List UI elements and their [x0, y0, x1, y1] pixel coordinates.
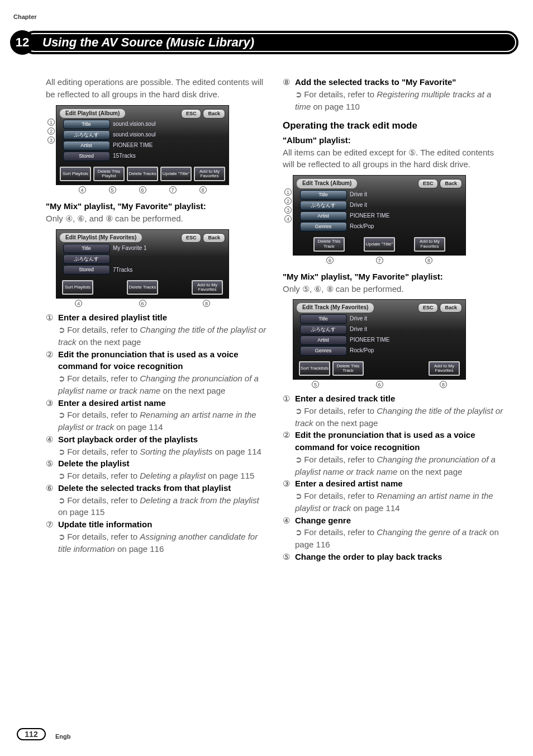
callout-8: 8 [199, 186, 207, 193]
add-to-my-favorites-button[interactable]: Add to My Favorites [194, 167, 225, 181]
back-button[interactable]: Back [440, 303, 462, 313]
list-item: ⑧Add the selected tracks to "My Favorite… [283, 76, 504, 112]
esc-button[interactable]: ESC [418, 303, 439, 313]
arrow-icon: ➲ [295, 490, 302, 502]
field-value: Drive it [350, 191, 367, 199]
mymix-heading: "My Mix" playlist, "My Favorite" playlis… [46, 200, 267, 212]
callout-6: 6 [139, 300, 146, 307]
callout-8: 8 [425, 257, 432, 264]
field-label: Title [300, 314, 347, 324]
list-item: ②Edit the pronunciation that is used as … [46, 348, 267, 397]
field-value: PIONEER TIME [350, 212, 390, 220]
arrow-icon: ➲ [58, 446, 65, 458]
delete-this-track-button[interactable]: Delete This Track [332, 361, 364, 376]
operating-track-edit-heading: Operating the track edit mode [283, 119, 504, 133]
callout-7: 7 [169, 186, 177, 193]
chapter-number-badge: 12 [10, 30, 35, 55]
left-column: All editing operations are possible. The… [46, 76, 267, 563]
field-label[interactable]: Title [63, 120, 110, 129]
delete-tracks-button[interactable]: Delete Tracks [127, 167, 158, 181]
list-item: ⑤Delete the playlist➲ For details, refer… [46, 457, 267, 482]
screenshot-edit-playlist-album: 123 Edit Playlist (Album) ESCBack Titles… [56, 105, 229, 194]
mymix-para: Only ④, ⑥, and ⑧ can be performed. [46, 212, 267, 225]
right-column: ⑧Add the selected tracks to "My Favorite… [283, 76, 504, 563]
album-playlist-para: All items can be edited except for ⑤. Th… [283, 147, 504, 171]
item-title: Update title information [58, 519, 152, 529]
item-title: Enter a desired artist name [295, 479, 403, 488]
arrow-icon: ➲ [58, 531, 65, 543]
callout-3: 3 [47, 136, 55, 144]
sort-playlists-button[interactable]: Sort Playlists [62, 280, 93, 295]
field-label[interactable]: Artist [300, 211, 347, 221]
mymix-para-right: Only ⑤, ⑥, ⑧ can be performed. [283, 283, 504, 295]
callout-5: 5 [109, 186, 116, 193]
shot-header: Edit Track (Album) [297, 179, 357, 188]
item-title: Add the selected tracks to "My Favorite" [295, 77, 456, 87]
arrow-icon: ➲ [58, 470, 65, 482]
arrow-icon: ➲ [58, 324, 65, 336]
field-value: Rock/Pop [350, 347, 374, 355]
item-title: Enter a desired artist name [58, 398, 166, 408]
list-item: ④Sort playback order of the playlists➲ F… [46, 433, 267, 458]
sort-tracklists-button[interactable]: Sort Tracklists [299, 361, 330, 376]
field-value: 7Tracks [113, 266, 132, 275]
callout-4: 4 [79, 186, 86, 193]
delete-this-playlist-button[interactable]: Delete This Playlist [93, 167, 125, 181]
field-label[interactable]: ぷろなんす [300, 201, 347, 210]
arrow-icon: ➲ [295, 88, 302, 101]
field-value: Rock/Pop [350, 223, 374, 231]
esc-button[interactable]: ESC [418, 179, 439, 188]
field-label[interactable]: ぷろなんす [63, 130, 110, 140]
back-button[interactable]: Back [440, 179, 462, 188]
add-to-my-favorites-button[interactable]: Add to My Favorites [192, 280, 223, 295]
field-label: ぷろなんす [63, 254, 110, 264]
field-label[interactable]: Artist [63, 141, 110, 150]
update-title-button[interactable]: Update "Title" [160, 167, 192, 181]
field-label: Title [63, 244, 110, 253]
sort-playlists-button[interactable]: Sort Playlists [60, 167, 91, 181]
callout-5: 5 [312, 381, 319, 388]
arrow-icon: ➲ [58, 494, 65, 507]
field-label: Genres [300, 346, 347, 356]
field-label: Stored [63, 152, 110, 161]
screenshot-edit-playlist-favorites: Edit Playlist (My Favorites) ESCBack Tit… [56, 229, 229, 308]
right-steps-list: ①Enter a desired track title➲ For detail… [283, 393, 504, 563]
field-label: Artist [300, 336, 347, 345]
back-button[interactable]: Back [203, 109, 225, 119]
callout-8: 8 [440, 381, 447, 388]
field-value: Drive it [350, 325, 367, 334]
list-item: ④Change genre➲ For details, refer to Cha… [283, 514, 504, 551]
arrow-icon: ➲ [295, 526, 302, 538]
arrow-icon: ➲ [58, 409, 65, 421]
callout-4: 4 [284, 215, 292, 223]
item-title: Change the order to play back tracks [295, 552, 442, 561]
field-label[interactable]: Genres [300, 222, 347, 231]
field-label[interactable]: Title [300, 190, 347, 200]
esc-button[interactable]: ESC [181, 233, 202, 243]
back-button[interactable]: Back [203, 233, 225, 243]
field-value: PIONEER TIME [113, 141, 153, 150]
screenshot-edit-track-favorites: Edit Track (My Favorites) ESCBack TitleD… [293, 299, 466, 388]
shot-header: Edit Track (My Favorites) [297, 303, 374, 313]
shot-header: Edit Playlist (My Favorites) [60, 233, 142, 243]
esc-button[interactable]: ESC [181, 109, 202, 119]
callout-8: 8 [203, 300, 210, 307]
callout-4: 4 [75, 300, 82, 307]
intro-text: All editing operations are possible. The… [46, 76, 267, 101]
screenshot-edit-track-album: 1234 Edit Track (Album) ESCBack TitleDri… [293, 175, 466, 264]
item-title: Edit the pronunciation that is used as a… [58, 349, 239, 371]
lang-label: Engb [55, 733, 71, 740]
add-to-my-favorites-button[interactable]: Add to My Favorites [414, 237, 445, 252]
page-number-badge: 112 [17, 728, 46, 740]
list-item: ⑦Update title information➲ For details, … [46, 518, 267, 555]
list-item: ⑥Delete the selected tracks from that pl… [46, 482, 267, 518]
list-item: ②Edit the pronunciation that is used as … [283, 429, 504, 478]
update-title-button[interactable]: Update "Title" [364, 237, 395, 252]
delete-tracks-button[interactable]: Delete Tracks [127, 280, 158, 295]
list-item: ⑤Change the order to play back tracks [283, 551, 504, 563]
shot-header: Edit Playlist (Album) [60, 109, 125, 119]
list-item: ③Enter a desired artist name➲ For detail… [46, 397, 267, 433]
delete-this-track-button[interactable]: Delete This Track [313, 237, 345, 252]
add-to-my-favorites-button[interactable]: Add to My Favorites [429, 361, 460, 376]
field-value: Drive it [350, 315, 367, 323]
